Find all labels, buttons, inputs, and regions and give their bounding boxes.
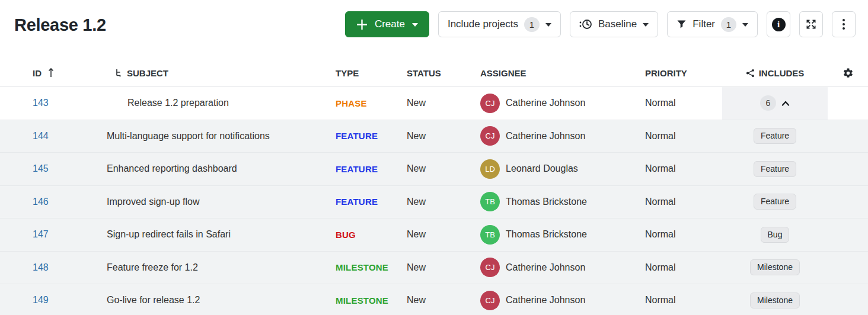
wp-subject: Enhanced reporting dashboard <box>107 163 237 174</box>
row-actions-cell <box>828 186 868 218</box>
filter-button[interactable]: Filter 1 <box>667 11 758 37</box>
column-header-id[interactable]: ID <box>0 59 92 86</box>
include-projects-button[interactable]: Include projects 1 <box>438 11 561 37</box>
wp-subject: Release 1.2 preparation <box>127 98 229 108</box>
status-cell[interactable]: New <box>398 284 473 315</box>
table-row[interactable]: 145Enhanced reporting dashboardFEATURENe… <box>0 152 868 185</box>
gear-icon[interactable] <box>843 68 854 79</box>
status-cell[interactable]: New <box>398 87 473 120</box>
subject-cell[interactable]: Release 1.2 preparation <box>92 87 327 120</box>
priority-cell[interactable]: Normal <box>637 252 722 284</box>
status-cell[interactable]: New <box>398 186 473 218</box>
wp-id-link[interactable]: 145 <box>33 163 49 174</box>
wp-type-label: PHASE <box>336 98 367 108</box>
column-header-id-label: ID <box>33 68 42 78</box>
id-cell: 145 <box>0 153 92 185</box>
column-header-subject-label: SUBJECT <box>127 68 168 78</box>
subject-cell[interactable]: Sign-up redirect fails in Safari <box>92 218 327 251</box>
assignee-cell[interactable]: TBThomas Brickstone <box>473 218 637 251</box>
sort-ascending-icon <box>47 68 55 78</box>
type-cell[interactable]: MILESTONE <box>327 284 398 315</box>
includes-cell: Bug <box>722 218 828 251</box>
chevron-down-icon <box>545 23 551 27</box>
wp-id-link[interactable]: 149 <box>33 295 49 306</box>
row-actions-cell <box>828 252 868 284</box>
avatar: CJ <box>480 126 500 146</box>
column-header-type[interactable]: TYPE <box>327 59 398 86</box>
status-cell[interactable]: New <box>398 252 473 284</box>
includes-cell: 6 <box>722 87 828 120</box>
assignee-cell[interactable]: CJCatherine Johnson <box>473 252 637 284</box>
priority-cell[interactable]: Normal <box>637 284 722 315</box>
wp-id-link[interactable]: 147 <box>33 229 49 240</box>
column-header-priority[interactable]: PRIORITY <box>637 59 722 86</box>
priority-cell[interactable]: Normal <box>637 218 722 251</box>
wp-status-label: New <box>407 98 426 108</box>
assignee-cell[interactable]: TBThomas Brickstone <box>473 186 637 218</box>
status-cell[interactable]: New <box>398 120 473 153</box>
wp-id-link[interactable]: 146 <box>33 197 49 207</box>
table-row[interactable]: 143Release 1.2 preparationPHASENewCJCath… <box>0 87 868 120</box>
wp-type-label: BUG <box>336 230 356 240</box>
filter-label: Filter <box>693 18 715 30</box>
baseline-button[interactable]: Baseline <box>570 11 658 37</box>
assignee-cell[interactable]: LDLeonard Douglas <box>473 153 637 185</box>
subject-cell[interactable]: Enhanced reporting dashboard <box>92 153 327 185</box>
create-button-label: Create <box>375 18 405 30</box>
table-row[interactable]: 144Multi-language support for notificati… <box>0 120 868 153</box>
subject-cell[interactable]: Multi-language support for notifications <box>92 120 327 153</box>
fullscreen-button[interactable] <box>799 11 823 37</box>
type-cell[interactable]: MILESTONE <box>327 252 398 284</box>
wp-id-link[interactable]: 144 <box>33 131 49 142</box>
table-row[interactable]: 147Sign-up redirect fails in SafariBUGNe… <box>0 218 868 251</box>
type-cell[interactable]: PHASE <box>327 87 398 120</box>
table-row[interactable]: 148Feature freeze for 1.2MILESTONENewCJC… <box>0 251 868 284</box>
plus-icon <box>356 19 368 30</box>
wp-subject: Improved sign-up flow <box>107 197 200 207</box>
priority-cell[interactable]: Normal <box>637 186 722 218</box>
column-header-includes[interactable]: INCLUDES <box>722 59 828 86</box>
fullscreen-expand-icon <box>805 18 817 30</box>
assignee-cell[interactable]: CJCatherine Johnson <box>473 87 637 120</box>
subject-cell[interactable]: Go-live for release 1.2 <box>92 284 327 315</box>
avatar: TB <box>480 225 500 245</box>
includes-collapse-button[interactable] <box>781 101 790 106</box>
priority-cell[interactable]: Normal <box>637 87 722 120</box>
wp-id-link[interactable]: 148 <box>33 262 49 273</box>
subject-cell[interactable]: Feature freeze for 1.2 <box>92 252 327 284</box>
table-row[interactable]: 149Go-live for release 1.2MILESTONENewCJ… <box>0 284 868 315</box>
includes-chip: Feature <box>754 128 796 144</box>
row-actions-cell <box>828 284 868 315</box>
status-cell[interactable]: New <box>398 153 473 185</box>
wp-subject: Go-live for release 1.2 <box>107 295 200 306</box>
row-actions-cell <box>828 153 868 185</box>
table-settings-cell <box>828 59 868 86</box>
column-header-status[interactable]: STATUS <box>398 59 473 86</box>
work-packages-table: ID SUBJECT TYPE STATUS ASSIGNEE PR <box>0 59 868 315</box>
subject-cell[interactable]: Improved sign-up flow <box>92 186 327 218</box>
chevron-down-icon <box>643 23 649 27</box>
create-button[interactable]: Create <box>345 11 429 37</box>
column-header-subject[interactable]: SUBJECT <box>92 59 327 86</box>
type-cell[interactable]: FEATURE <box>327 120 398 153</box>
assignee-name: Catherine Johnson <box>506 98 585 108</box>
relations-icon <box>746 69 755 78</box>
priority-cell[interactable]: Normal <box>637 120 722 153</box>
status-cell[interactable]: New <box>398 218 473 251</box>
type-cell[interactable]: FEATURE <box>327 153 398 185</box>
info-button[interactable]: i <box>767 11 790 37</box>
type-cell[interactable]: FEATURE <box>327 186 398 218</box>
include-projects-label: Include projects <box>448 18 518 30</box>
assignee-cell[interactable]: CJCatherine Johnson <box>473 284 637 315</box>
assignee-cell[interactable]: CJCatherine Johnson <box>473 120 637 153</box>
baseline-label: Baseline <box>598 18 637 30</box>
column-header-assignee[interactable]: ASSIGNEE <box>473 59 637 86</box>
baseline-clock-icon <box>579 18 592 30</box>
wp-id-link[interactable]: 143 <box>33 98 49 108</box>
table-row[interactable]: 146Improved sign-up flowFEATURENewTBThom… <box>0 185 868 218</box>
type-cell[interactable]: BUG <box>327 218 398 251</box>
priority-cell[interactable]: Normal <box>637 153 722 185</box>
avatar: CJ <box>480 291 500 310</box>
more-menu-button[interactable] <box>832 11 856 37</box>
wp-priority-label: Normal <box>645 131 676 142</box>
